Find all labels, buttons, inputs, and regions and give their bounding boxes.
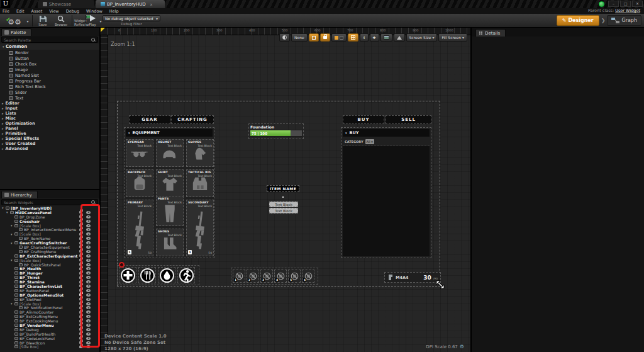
palette-category-panel[interactable]: ▸Panel — [0, 126, 99, 131]
dpi-settings-gear-icon[interactable]: ⚙ — [460, 344, 464, 349]
eye-visibility-icon[interactable] — [86, 228, 91, 231]
compile-options-dropdown[interactable]: ▾ — [25, 14, 30, 27]
dpi-scale-label[interactable]: DPI Scale 0.67 ⚙ — [426, 344, 464, 349]
hierarchy-row-gear-craftingswitcher[interactable]: ▾Gear/CraftingSwitcher — [0, 241, 99, 245]
palette-item-check-box[interactable]: Check Box — [0, 61, 99, 67]
debug-object-select[interactable]: No debug object selected ▾ — [103, 15, 160, 21]
palette-category-user-created[interactable]: ▸User Created — [0, 141, 99, 146]
zoom-to-fit-button[interactable]: ✚ — [370, 33, 379, 42]
preview-background-button[interactable] — [380, 33, 392, 42]
document-tab-showcase[interactable]: Showcase — [38, 0, 94, 8]
palette-item-button[interactable]: Button — [0, 55, 99, 61]
palette-item-slider[interactable]: Slider — [0, 89, 99, 95]
menu-view[interactable]: View — [49, 9, 58, 14]
minimize-button[interactable]: – — [608, 1, 619, 7]
lock-widgets-button[interactable] — [320, 33, 330, 42]
hierarchy-row-bp-interactioncontextmenu[interactable]: BP_InteractionContextMenu — [0, 227, 99, 232]
hierarchy-row-crosshair[interactable]: Crosshair — [0, 219, 99, 224]
grid-snap-toggle-button[interactable] — [348, 33, 358, 42]
eye-visibility-icon[interactable] — [86, 250, 91, 253]
screen-size-dropdown[interactable]: Screen Size▾ — [406, 33, 438, 42]
eye-visibility-icon[interactable] — [86, 332, 91, 336]
palette-search-input[interactable] — [4, 38, 91, 42]
equipment-slot-pants[interactable]: PANTSText Block — [156, 196, 184, 226]
palette-item-named-slot[interactable]: Named Slot — [0, 72, 99, 78]
details-tab[interactable]: Details — [475, 29, 506, 37]
hierarchy-row-bp-itemname[interactable]: BP_ItemName — [0, 236, 99, 241]
eye-visibility-icon[interactable] — [86, 302, 91, 305]
palette-item-image[interactable]: Image — [0, 67, 99, 72]
palette-item-text[interactable]: Text — [0, 95, 99, 101]
palette-category-primitive[interactable]: ▸Primitive — [0, 131, 99, 136]
palette-category-optimization[interactable]: ▸Optimization — [0, 121, 99, 126]
hierarchy-row-scale-box[interactable]: ▾[Scale Box] — [0, 232, 99, 236]
eye-visibility-icon[interactable] — [86, 215, 91, 219]
eye-visibility-icon[interactable] — [86, 324, 91, 327]
hierarchy-row-bp-ammocounter[interactable]: BP_AmmoCounter — [0, 310, 99, 314]
hierarchy-row-bp-bleedicon[interactable]: BP_BleedIcon — [0, 341, 99, 345]
eye-visibility-icon[interactable] — [86, 276, 91, 279]
close-button[interactable]: ✕ — [632, 1, 643, 7]
gear-tab-button[interactable]: GEAR — [129, 115, 170, 124]
designer-mode-button[interactable]: ✎ Designer — [557, 15, 599, 26]
preview-language-button[interactable]: None — [291, 33, 308, 42]
hierarchy-row-size-box[interactable]: [Size Box] — [0, 345, 99, 349]
eye-visibility-icon[interactable] — [86, 328, 91, 331]
hierarchy-row-bp-characterequipment[interactable]: BP_CharacterEquipment — [0, 245, 99, 249]
buy-header[interactable]: ▾BUY — [343, 129, 430, 137]
equipment-slot-tactical-rig[interactable]: TACTICAL RIGText Block — [186, 169, 214, 197]
compile-button[interactable]: ⚙⚙ ✔ Compile — [4, 14, 25, 27]
buy-tab-button[interactable]: BUY — [343, 115, 384, 124]
eye-visibility-icon[interactable] — [86, 237, 91, 240]
eye-visibility-icon[interactable] — [86, 224, 91, 227]
eye-visibility-icon[interactable] — [86, 271, 91, 275]
menu-help[interactable]: Help — [109, 9, 119, 14]
hierarchy-row-scale-box[interactable]: ▾[Scale Box] — [0, 224, 99, 228]
equipment-slot-shoes[interactable]: SHOESText Block — [156, 229, 184, 256]
browse-button[interactable]: Browse — [52, 14, 70, 27]
palette-group-common[interactable]: ▾ Common — [0, 43, 99, 50]
equipment-slot-eyewear[interactable]: EYEWEARText Block — [126, 139, 153, 167]
eye-visibility-icon[interactable] — [86, 289, 91, 292]
graph-mode-button[interactable]: Graph — [607, 15, 641, 26]
hierarchy-row-hudcanvaspanel[interactable]: ▾HUDCanvasPanel — [0, 210, 99, 215]
hierarchy-row-bp-thirst[interactable]: BP_Thirst — [0, 275, 99, 280]
hierarchy-tab[interactable]: Hierarchy — [1, 191, 38, 198]
hierarchy-row-scale-box[interactable]: ▾[Scale Box] — [0, 258, 99, 263]
hierarchy-row-bp-debug[interactable]: BP_Debug — [0, 327, 99, 332]
quick-slot-1[interactable]: 1 — [233, 270, 245, 283]
equipment-slot-shirt[interactable]: SHIRTText Block — [156, 169, 184, 197]
hierarchy-row-bp-extcookingmenu[interactable]: BP_ExtCookingMenu — [0, 319, 99, 323]
eye-visibility-icon[interactable] — [86, 298, 91, 301]
quick-slot-3[interactable]: 3 — [260, 270, 273, 283]
hierarchy-search-input[interactable] — [4, 200, 91, 205]
menu-edit[interactable]: Edit — [16, 9, 25, 14]
designer-canvas[interactable]: 01002003004005006007008009001000 Zoom 1:… — [101, 28, 470, 352]
eye-visibility-icon[interactable] — [86, 211, 91, 214]
play-button[interactable]: Play — [86, 14, 99, 27]
sell-tab-button[interactable]: SELL — [386, 115, 431, 124]
hierarchy-row-bp-extcharacterequipment[interactable]: BP_ExtCharacterEquipment — [0, 254, 99, 258]
eye-visibility-icon[interactable] — [86, 285, 91, 288]
quick-slot-6[interactable]: 6 — [302, 270, 314, 283]
resolution-scale-button[interactable] — [394, 33, 405, 42]
eye-visibility-icon[interactable] — [86, 310, 91, 314]
equipment-slot-primary[interactable]: PRIMARYText Block150 — [126, 200, 153, 256]
maximize-button[interactable]: □ — [620, 1, 631, 7]
palette-category-special-effects[interactable]: ▸Special Effects — [0, 136, 99, 141]
fill-screen-dropdown[interactable]: Fill Screen▾ — [438, 33, 467, 42]
hierarchy-row-bp-slotpool[interactable]: BP_SlotPool — [0, 297, 99, 302]
equipment-slot-secondary[interactable]: SECONDARYText Block150 — [186, 200, 214, 256]
eye-visibility-icon[interactable] — [86, 280, 91, 283]
equipment-slot-backpack[interactable]: BACKPACKText Block — [126, 169, 153, 197]
menu-asset[interactable]: Asset — [31, 9, 42, 14]
equipment-slot-helmet[interactable]: HELMETText Block — [156, 139, 184, 167]
hierarchy-row-scale-box[interactable]: ▾[Scale Box] — [0, 302, 99, 306]
hierarchy-row-bp-hunger[interactable]: BP_Hunger — [0, 271, 99, 275]
hierarchy-row-bp-buildparthealth[interactable]: BP_BuildPartHealth — [0, 332, 99, 336]
eye-visibility-icon[interactable] — [86, 246, 91, 249]
palette-item-rich-text-block[interactable]: Rich Text Block — [0, 84, 99, 89]
eye-visibility-icon[interactable] — [86, 319, 91, 322]
hierarchy-row-bp-quickslotspanel[interactable]: BP_QuickSlotsPanel — [0, 263, 99, 267]
quick-slot-2[interactable]: 2 — [247, 270, 259, 283]
